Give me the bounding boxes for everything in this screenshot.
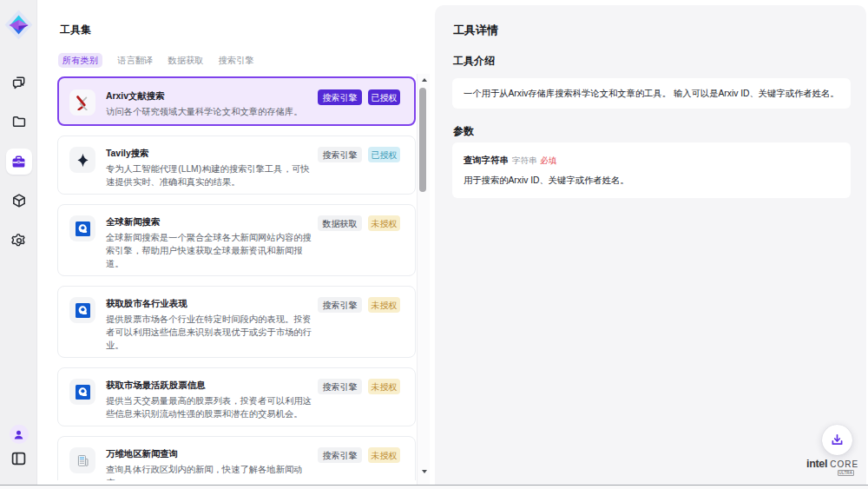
- tool-title: 获取市场最活跃股票信息: [106, 379, 313, 392]
- scroll-up-button[interactable]: [418, 76, 431, 84]
- tool-desc: 提供当天交易量最高的股票列表，投资者可以利用这些信息来识别流动性强的股票和潜在的…: [106, 394, 313, 420]
- intro-text: 一个用于从Arxiv存储库搜索科学论文和文章的工具。 输入可以是Arxiv ID…: [464, 88, 838, 100]
- juhe-news-logo-icon: [69, 215, 95, 241]
- card-tags: 搜索引擎 已授权: [318, 147, 400, 188]
- category-badge: 数据获取: [318, 215, 362, 231]
- category-badge: 搜索引擎: [318, 147, 362, 162]
- tab-language-translation[interactable]: 语言翻译: [117, 56, 153, 65]
- tool-desc: 全球新闻搜索是一个聚合全球各大新闻网站内容的搜索引擎，帮助用户快速获取全球最新资…: [106, 231, 313, 270]
- tool-card-arxiv[interactable]: Arxiv文献搜索 访问各个研究领域大量科学论文和文章的存储库。 搜索引擎 已授…: [57, 76, 416, 126]
- avatar: [10, 425, 29, 444]
- card-text: 万维地区新闻查询 查询具体行政区划内的新闻，快速了解各地新闻动态。: [106, 447, 313, 480]
- card-text: Tavily搜索 专为人工智能代理 (LLM) 构建的搜索引擎工具，可快速提供实…: [106, 147, 313, 188]
- cube-icon: [11, 193, 27, 208]
- icon-sidebar: [0, 0, 37, 485]
- juhe-stock-logo-icon: [69, 379, 95, 405]
- newspaper-icon: [69, 447, 95, 473]
- param-head: 查询字符串 字符串 必填: [464, 155, 839, 167]
- category-badge: 搜索引擎: [318, 89, 362, 105]
- tool-list-panel: 工具集 所有类别 语言翻译 数据获取 搜索引擎 Arxiv文献搜索: [38, 0, 431, 485]
- tool-card-regional-news[interactable]: 万维地区新闻查询 查询具体行政区划内的新闻，快速了解各地新闻动态。 搜索引擎 未…: [57, 436, 416, 480]
- list-scrollbar: [417, 74, 430, 485]
- tool-card-global-news[interactable]: 全球新闻搜索 全球新闻搜索是一个聚合全球各大新闻网站内容的搜索引擎，帮助用户快速…: [57, 204, 416, 276]
- app-logo gem-logo-icon: [3, 9, 34, 41]
- triangle-up-icon: [422, 78, 427, 82]
- tool-desc: 提供股票市场各个行业在特定时间段内的表现。投资者可以利用这些信息来识别表现优于或…: [106, 313, 313, 352]
- core-wordmark: CORE: [830, 459, 858, 469]
- category-badge: 搜索引擎: [318, 379, 362, 394]
- sidebar-item-toolbox[interactable]: [0, 149, 37, 175]
- detail-title: 工具详情: [453, 23, 498, 38]
- auth-badge: 未授权: [368, 297, 400, 313]
- sidebar-toggle-icon: [11, 452, 26, 466]
- params-heading: 参数: [453, 124, 474, 139]
- tab-all-categories[interactable]: 所有类别: [58, 53, 102, 68]
- tool-card-tavily[interactable]: Tavily搜索 专为人工智能代理 (LLM) 构建的搜索引擎工具，可快速提供实…: [57, 135, 416, 195]
- tool-title: Arxiv文献搜索: [106, 89, 313, 102]
- tab-search-engine[interactable]: 搜索引擎: [219, 56, 254, 65]
- auth-badge: 未授权: [368, 215, 400, 231]
- param-desc: 用于搜索的Arxiv ID、关键字或作者姓名。: [464, 175, 839, 187]
- auth-badge: 未授权: [368, 447, 400, 463]
- gear-icon: [11, 233, 27, 248]
- tool-title: 全球新闻搜索: [106, 215, 313, 228]
- intel-core-logo: intel CORE ULTRA: [806, 458, 855, 470]
- scrollbar-thumb[interactable]: [419, 88, 426, 192]
- intro-box: 一个用于从Arxiv存储库搜索科学论文和文章的工具。 输入可以是Arxiv ID…: [452, 78, 851, 109]
- ultra-badge: ULTRA: [838, 470, 854, 476]
- sidebar-item-settings[interactable]: [0, 228, 37, 254]
- juhe-stock-logo-icon: [69, 297, 95, 323]
- tool-title: 获取股市各行业表现: [106, 297, 313, 310]
- intro-heading: 工具介绍: [453, 54, 495, 69]
- card-tags: 搜索引擎 已授权: [318, 89, 400, 118]
- tool-detail-panel: 工具详情 工具介绍 一个用于从Arxiv存储库搜索科学论文和文章的工具。 输入可…: [435, 5, 866, 485]
- download-button[interactable]: [822, 425, 852, 455]
- active-tile: [6, 149, 32, 175]
- app-window: 工具集 所有类别 语言翻译 数据获取 搜索引擎 Arxiv文献搜索: [0, 0, 868, 489]
- sidebar-toggle-button[interactable]: [0, 446, 37, 472]
- arxiv-logo-icon: [69, 89, 95, 116]
- tool-title: 万维地区新闻查询: [106, 447, 313, 460]
- triangle-down-icon: [422, 470, 427, 473]
- tool-card-stock-sectors[interactable]: 获取股市各行业表现 提供股票市场各个行业在特定时间段内的表现。投资者可以利用这些…: [57, 286, 416, 358]
- card-text: 获取股市各行业表现 提供股票市场各个行业在特定时间段内的表现。投资者可以利用这些…: [106, 297, 313, 352]
- category-badge: 搜索引擎: [318, 447, 362, 463]
- tab-data-fetch[interactable]: 数据获取: [168, 56, 203, 65]
- auth-badge: 已授权: [368, 147, 400, 162]
- download-icon: [830, 433, 845, 447]
- brand-row: intel CORE: [806, 458, 855, 470]
- card-text: 获取市场最活跃股票信息 提供当天交易量最高的股票列表，投资者可以利用这些信息来识…: [106, 379, 313, 420]
- window-bottom-edge: [0, 485, 868, 489]
- tool-card-list: Arxiv文献搜索 访问各个研究领域大量科学论文和文章的存储库。 搜索引擎 已授…: [57, 76, 416, 480]
- category-tabs: 所有类别 语言翻译 数据获取 搜索引擎: [58, 53, 254, 68]
- auth-badge: 未授权: [368, 379, 400, 394]
- chat-icon: [11, 75, 27, 90]
- card-text: Arxiv文献搜索 访问各个研究领域大量科学论文和文章的存储库。: [106, 89, 313, 118]
- card-tags: 搜索引擎 未授权: [318, 447, 400, 480]
- sidebar-item-chat[interactable]: [0, 69, 37, 96]
- tool-desc: 专为人工智能代理 (LLM) 构建的搜索引擎工具，可快速提供实时、准确和真实的结…: [106, 162, 313, 188]
- param-type: 字符串: [512, 155, 537, 167]
- sidebar-item-files[interactable]: [0, 109, 37, 135]
- param-required-badge: 必填: [540, 155, 556, 167]
- card-tags: 数据获取 未授权: [318, 215, 400, 270]
- briefcase-icon: [11, 155, 26, 169]
- page-title: 工具集: [60, 23, 91, 37]
- intel-wordmark: intel: [806, 458, 827, 470]
- scroll-down-button[interactable]: [418, 467, 431, 476]
- tool-card-active-stocks[interactable]: 获取市场最活跃股票信息 提供当天交易量最高的股票列表，投资者可以利用这些信息来识…: [57, 367, 416, 426]
- auth-badge: 已授权: [368, 89, 400, 105]
- card-text: 全球新闻搜索 全球新闻搜索是一个聚合全球各大新闻网站内容的搜索引擎，帮助用户快速…: [106, 215, 313, 270]
- category-badge: 搜索引擎: [318, 297, 362, 313]
- folder-icon: [11, 114, 27, 129]
- user-icon: [13, 429, 24, 440]
- tool-title: Tavily搜索: [106, 147, 313, 160]
- card-tags: 搜索引擎 未授权: [318, 297, 400, 352]
- tavily-star-logo-icon: [69, 147, 95, 173]
- param-box: 查询字符串 字符串 必填 用于搜索的Arxiv ID、关键字或作者姓名。: [452, 142, 851, 198]
- tool-desc: 查询具体行政区划内的新闻，快速了解各地新闻动态。: [106, 463, 313, 481]
- tool-desc: 访问各个研究领域大量科学论文和文章的存储库。: [106, 105, 313, 118]
- sidebar-item-packages[interactable]: [0, 188, 37, 214]
- card-tags: 搜索引擎 未授权: [318, 379, 400, 420]
- sidebar-item-account[interactable]: [0, 421, 37, 447]
